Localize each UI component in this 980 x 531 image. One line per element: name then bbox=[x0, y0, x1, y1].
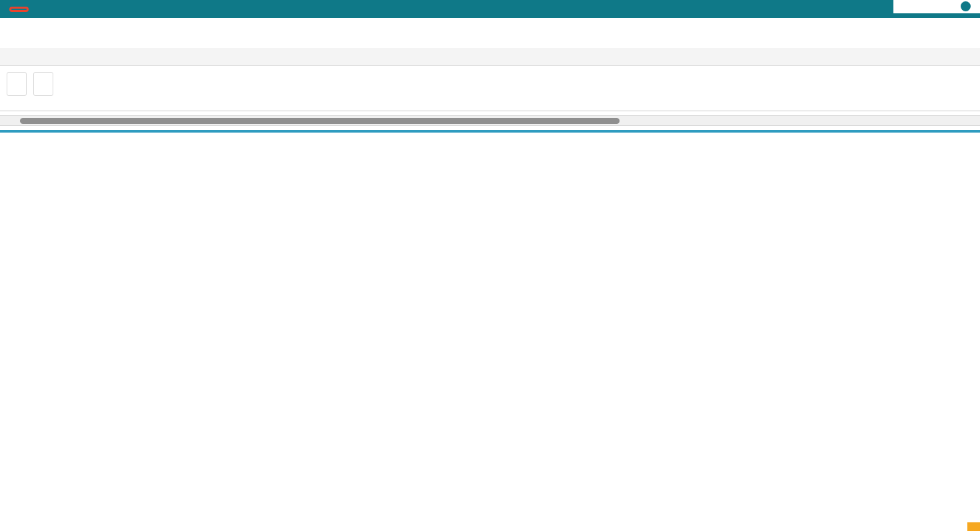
breadcrumb-bar bbox=[0, 0, 980, 18]
sourcing-app bbox=[0, 0, 980, 531]
filter-panel bbox=[0, 66, 980, 101]
tab-bar bbox=[0, 48, 980, 66]
horizontal-scrollbar[interactable] bbox=[0, 115, 980, 126]
selector-group bbox=[33, 72, 53, 96]
scrollbar-thumb[interactable] bbox=[20, 118, 620, 124]
project-status-annotation-ring bbox=[9, 7, 29, 12]
layout-radio-group bbox=[7, 72, 27, 96]
topbar-corner bbox=[893, 0, 980, 13]
account-icon[interactable] bbox=[961, 1, 971, 11]
corner-badge bbox=[967, 522, 980, 531]
phase-stepper bbox=[0, 18, 980, 48]
awarding-grid bbox=[0, 111, 980, 111]
bottom-accent-line bbox=[0, 130, 980, 133]
toolbar bbox=[0, 101, 980, 111]
